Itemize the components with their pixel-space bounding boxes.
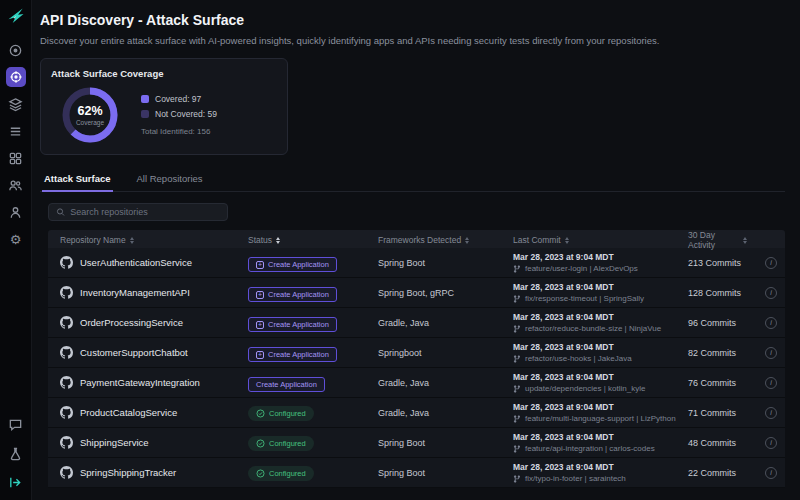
repo-name: ShippingService xyxy=(80,437,149,448)
tab-attack-surface[interactable]: Attack Surface xyxy=(42,169,113,192)
sort-icon xyxy=(743,237,747,244)
sidebar-nav: ⚙ xyxy=(6,40,26,249)
commit-branch: feature/api-integration | carlos-codes xyxy=(525,444,655,453)
commit-date: Mar 28, 2023 at 9:04 MDT xyxy=(513,402,688,412)
search-box[interactable] xyxy=(48,203,228,221)
coverage-donut: 62% Coverage xyxy=(59,84,121,146)
git-branch-icon xyxy=(513,445,521,453)
scan-list-icon[interactable] xyxy=(6,121,26,141)
repo-name: SpringShippingTracker xyxy=(80,467,176,478)
sort-icon xyxy=(565,237,569,244)
user-icon[interactable] xyxy=(6,202,26,222)
repo-name: OrderProcessingService xyxy=(80,317,183,328)
applications-icon[interactable] xyxy=(6,94,26,114)
repo-name: CustomerSupportChatbot xyxy=(80,347,188,358)
plus-icon xyxy=(256,321,264,329)
create-application-button[interactable]: Create Application xyxy=(248,317,337,332)
legend-label-covered: Covered: 97 xyxy=(155,94,201,104)
search-icon xyxy=(56,207,65,217)
column-frameworks-detected[interactable]: Frameworks Detected xyxy=(378,235,513,245)
frameworks-detected: Spring Boot xyxy=(378,438,513,448)
commit-date: Mar 28, 2023 at 9:04 MDT xyxy=(513,372,688,382)
main-content: API Discovery - Attack Surface Discover … xyxy=(32,0,800,500)
commit-date: Mar 28, 2023 at 9:04 MDT xyxy=(513,342,688,352)
git-branch-icon xyxy=(513,355,521,363)
collapse-arrow-icon[interactable] xyxy=(6,472,26,492)
table-row: UserAuthenticationService Create Applica… xyxy=(48,248,785,278)
column-last-commit[interactable]: Last Commit xyxy=(513,235,688,245)
coverage-percent-label: Coverage xyxy=(76,119,104,126)
frameworks-detected: Gradle, Java xyxy=(378,408,513,418)
git-branch-icon xyxy=(513,295,521,303)
chat-icon[interactable] xyxy=(6,414,26,434)
create-application-button[interactable]: Create Application xyxy=(248,287,337,302)
teams-icon[interactable] xyxy=(6,175,26,195)
attack-surface-coverage-card: Attack Surface Coverage 62% Coverage xyxy=(40,58,288,155)
page-title: API Discovery - Attack Surface xyxy=(40,12,785,28)
repo-name: UserAuthenticationService xyxy=(80,257,192,268)
info-icon[interactable] xyxy=(765,407,777,419)
git-branch-icon xyxy=(513,265,521,273)
git-branch-icon xyxy=(513,385,521,393)
git-branch-icon xyxy=(513,415,521,423)
commit-count: 82 Commits xyxy=(688,348,747,358)
commit-count: 48 Commits xyxy=(688,438,747,448)
plus-icon xyxy=(256,291,264,299)
create-application-button[interactable]: Create Application xyxy=(248,257,337,272)
configured-badge: Configured xyxy=(248,436,314,451)
create-application-button[interactable]: Create Application xyxy=(248,347,337,362)
total-identified-label: Total Identified: 156 xyxy=(141,127,217,136)
check-circle-icon xyxy=(256,469,265,478)
column-30-day-activity[interactable]: 30 Day Activity xyxy=(688,230,747,250)
commit-branch: refactor/reduce-bundle-size | NinjaVue xyxy=(525,324,661,333)
sort-icon xyxy=(130,237,134,244)
table-row: CustomerSupportChatbot Create Applicatio… xyxy=(48,338,785,368)
coverage-legend: Covered: 97 Not Covered: 59 Total Identi… xyxy=(141,94,217,136)
github-icon xyxy=(60,466,73,479)
hawk-logo[interactable] xyxy=(6,6,26,30)
api-discovery-icon[interactable] xyxy=(6,67,26,87)
search-input[interactable] xyxy=(70,207,220,217)
commit-branch: feature/multi-language-support | LizPyth… xyxy=(525,414,676,423)
sidebar-bottom-nav xyxy=(6,414,26,492)
commit-count: 96 Commits xyxy=(688,318,747,328)
sort-icon xyxy=(276,237,280,244)
info-icon[interactable] xyxy=(765,467,777,479)
commit-date: Mar 28, 2023 at 9:04 MDT xyxy=(513,462,688,472)
experiments-icon[interactable] xyxy=(6,443,26,463)
info-icon[interactable] xyxy=(765,377,777,389)
legend-swatch-covered xyxy=(141,95,149,103)
table-row: ShippingService Configured Spring Boot M… xyxy=(48,428,785,458)
frameworks-detected: Spring Boot, gRPC xyxy=(378,288,513,298)
tab-all-repositories[interactable]: All Repositories xyxy=(135,169,205,191)
info-icon[interactable] xyxy=(765,347,777,359)
page-subtitle: Discover your entire attack surface with… xyxy=(40,35,785,46)
commit-count: 128 Commits xyxy=(688,288,747,298)
info-icon[interactable] xyxy=(765,287,777,299)
github-icon xyxy=(60,376,73,389)
column-status[interactable]: Status xyxy=(248,235,378,245)
frameworks-detected: Spring Boot xyxy=(378,258,513,268)
column-repository-name[interactable]: Repository Name xyxy=(60,235,248,245)
table-header: Repository Name Status Frameworks Detect… xyxy=(48,230,785,248)
table-row: PaymentGatewayIntegration Create Applica… xyxy=(48,368,785,398)
info-icon[interactable] xyxy=(765,257,777,269)
commit-branch: update/dependencies | kotlin_kyle xyxy=(525,384,645,393)
legend-item-covered: Covered: 97 xyxy=(141,94,217,104)
commit-count: 76 Commits xyxy=(688,378,747,388)
legend-swatch-not-covered xyxy=(141,110,149,118)
plus-icon xyxy=(256,351,264,359)
integrations-icon[interactable] xyxy=(6,148,26,168)
check-circle-icon xyxy=(256,409,265,418)
info-icon[interactable] xyxy=(765,317,777,329)
create-application-button[interactable]: Create Application xyxy=(248,377,325,392)
frameworks-detected: Springboot xyxy=(378,348,513,358)
coverage-card-title: Attack Surface Coverage xyxy=(51,68,277,79)
configured-badge: Configured xyxy=(248,406,314,421)
overview-icon[interactable] xyxy=(6,40,26,60)
info-icon[interactable] xyxy=(765,437,777,449)
settings-icon[interactable]: ⚙ xyxy=(6,229,26,249)
check-circle-icon xyxy=(256,439,265,448)
table-row: ProductCatalogService Configured Gradle,… xyxy=(48,398,785,428)
github-icon xyxy=(60,286,73,299)
